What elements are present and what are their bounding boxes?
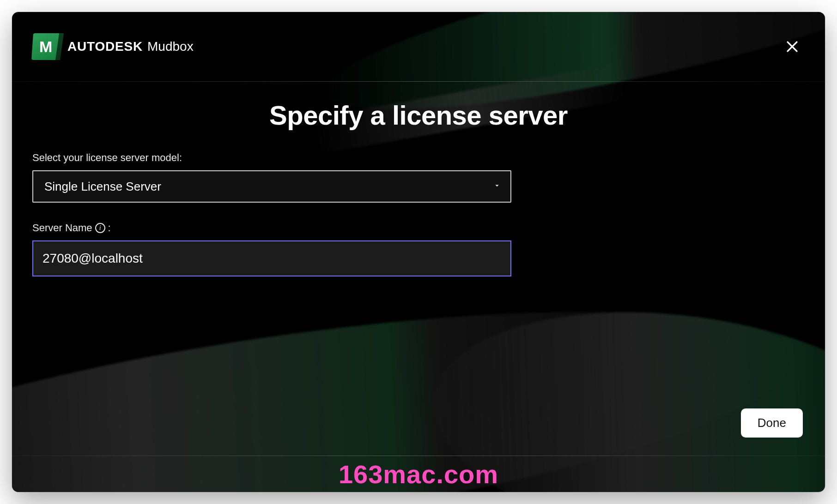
done-button[interactable]: Done bbox=[741, 408, 803, 438]
decorative-streak bbox=[12, 265, 805, 492]
server-model-label: Select your license server model: bbox=[32, 152, 805, 164]
watermark-text: 163mac.com bbox=[339, 459, 498, 489]
info-icon[interactable]: i bbox=[95, 223, 105, 233]
brand-name-strong: AUTODESK bbox=[67, 39, 143, 54]
server-name-label: Server Name i : bbox=[32, 222, 805, 234]
brand-name-product: Mudbox bbox=[147, 39, 194, 54]
dialog-content: Specify a license server Select your lic… bbox=[12, 81, 825, 276]
footer-divider bbox=[12, 456, 825, 456]
server-name-input-wrap bbox=[32, 240, 511, 276]
license-dialog-window: M AUTODESK Mudbox Specify a license serv… bbox=[12, 12, 825, 492]
server-name-input[interactable] bbox=[32, 240, 511, 276]
server-model-select[interactable]: Single License Server bbox=[32, 170, 511, 203]
dialog-header: M AUTODESK Mudbox bbox=[12, 12, 825, 81]
close-button[interactable] bbox=[780, 34, 805, 59]
logo-letter: M bbox=[39, 38, 52, 56]
done-button-label: Done bbox=[758, 416, 786, 430]
product-brand: M AUTODESK Mudbox bbox=[32, 33, 194, 60]
server-model-select-wrap: Single License Server bbox=[32, 170, 511, 203]
close-icon bbox=[784, 39, 800, 54]
dialog-title: Specify a license server bbox=[32, 100, 805, 131]
mudbox-logo-icon: M bbox=[31, 33, 60, 60]
